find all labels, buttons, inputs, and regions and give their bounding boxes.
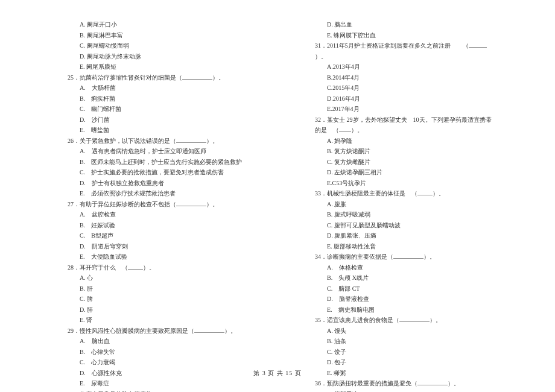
- option: E.C53号抗孕片: [308, 178, 495, 189]
- option: B. 肝: [60, 283, 247, 294]
- option: A. 盆腔检查: [60, 209, 247, 220]
- option: B. 腹式呼吸减弱: [308, 209, 495, 220]
- left-column: A. 阑尾开口小 B. 阑尾淋巴丰富 C. 阑尾蠕动慢而弱 D. 阑尾动脉为终末…: [60, 19, 247, 392]
- blank: [417, 379, 448, 385]
- option: A. 体格检查: [308, 262, 495, 273]
- option: C. 阑尾蠕动慢而弱: [60, 40, 247, 51]
- stem: 31．2011年5月护士资格证拿到后要在多久之前注册 （: [315, 42, 469, 49]
- question-33: 33．机械性肠梗阻最主要的体征是 （）。: [308, 188, 495, 199]
- question-26: 26．关于紧急救护，以下说法错误的是（）。: [60, 136, 247, 147]
- option: B. 医师未能马上赶到时，护士应当先行实施必要的紧急救护: [60, 157, 247, 168]
- blank: [399, 316, 430, 322]
- option: D. 护士有权独立抢救危重患者: [60, 178, 247, 189]
- tail: ）。: [315, 53, 327, 60]
- option: C. 脑部 CT: [308, 283, 495, 294]
- option: C. 幽门螺杆菌: [60, 104, 247, 115]
- option: D. 包子: [308, 357, 495, 368]
- option: D. 脑脊液检查: [308, 294, 495, 305]
- option: E. 大便隐血试验: [60, 251, 247, 262]
- option: A. 妈孕隆: [308, 136, 495, 147]
- option: B. 头颅 X线片: [308, 273, 495, 283]
- option: D. 阴道后穹穿刺: [60, 241, 247, 252]
- option: A. 大肠杆菌: [60, 83, 247, 93]
- tail: ）。: [224, 327, 236, 334]
- blank: [339, 126, 351, 132]
- option: D. 左炔诺孕酮三相片: [308, 167, 495, 178]
- option: E. 肾: [60, 315, 247, 326]
- question-30: 30．临床上最常见的脑血管病为（）。: [60, 389, 247, 393]
- blank: [417, 189, 433, 195]
- option: D. 肺: [60, 305, 247, 315]
- question-25: 25．抗菌药治疗萎缩性肾炎针对的细菌是（）。: [60, 72, 247, 83]
- tail: ）。: [433, 190, 445, 197]
- option: C. B型超声: [60, 230, 247, 241]
- blank: [128, 264, 143, 270]
- option: A. 心: [60, 273, 247, 283]
- question-29: 29．慢性风湿性心脏瓣膜病的主要致死原因是（）。: [60, 326, 247, 337]
- stem: 29．慢性风湿性心脏瓣膜病的主要致死原因是（: [68, 327, 194, 334]
- option: D. 脑出血: [308, 19, 495, 30]
- tail: ）。: [212, 74, 224, 81]
- option: A. 遇有患者病情危急时，护士应立即通知医师: [60, 146, 247, 157]
- option: C. 饺子: [308, 347, 495, 358]
- tail: ）。: [430, 317, 442, 323]
- option: E. 必须依照诊疗技术规范救治患者: [60, 188, 247, 199]
- blank: [176, 200, 206, 206]
- option: D.2016年4月: [308, 93, 495, 104]
- option: B. 妊娠试验: [60, 220, 247, 231]
- blank: [176, 137, 206, 143]
- stem: 34．诊断癫痫的主要依据是（: [315, 253, 393, 260]
- stem: 33．机械性肠梗阻最主要的体征是 （: [315, 190, 417, 197]
- option: B. 阑尾淋巴丰富: [60, 30, 247, 41]
- question-34: 34．诊断癫痫的主要依据是（）。: [308, 251, 495, 262]
- blank: [158, 390, 188, 393]
- tail: ）。: [206, 138, 218, 144]
- option: E. 蛛网膜下腔出血: [308, 30, 495, 41]
- option: E. 尿毒症: [60, 378, 247, 389]
- option: A. 阑尾开口小: [60, 19, 247, 30]
- option: E. 病史和脑电图: [308, 305, 495, 315]
- option: D. 沙门菌: [60, 115, 247, 125]
- option: E.2017年4月: [308, 104, 495, 115]
- option: E. 阑尾系膜短: [60, 62, 247, 72]
- option: D. 阑尾动脉为终末动脉: [60, 51, 247, 62]
- option: A. 馒头: [308, 326, 495, 337]
- stem: 27．有助于异位妊娠诊断的检查不包括（: [68, 201, 176, 207]
- blank: [469, 42, 487, 48]
- question-27: 27．有助于异位妊娠诊断的检查不包括（）。: [60, 199, 247, 210]
- question-28: 28．耳开窍于什么 （）。: [60, 262, 247, 273]
- page-footer: 第 3 页 共 15 页: [0, 369, 555, 378]
- stem: 25．抗菌药治疗萎缩性肾炎针对的细菌是（: [68, 74, 182, 81]
- tail: ）。: [351, 127, 363, 133]
- stem: 35．适宜该患儿进食的食物是（: [315, 317, 399, 323]
- question-32: 32．某女士 29岁，去外地探望丈夫 10天。下列避孕药最适宜携带的是 （）。: [308, 115, 495, 136]
- option: B. 痢疾杆菌: [60, 93, 247, 104]
- option: C.2015年4月: [308, 83, 495, 93]
- option: E. 腹部移动性浊音: [308, 241, 495, 252]
- blank: [194, 327, 224, 333]
- option: C. 腹部可见肠型及肠蠕动波: [308, 220, 495, 231]
- option: A.2013年4月: [308, 62, 495, 72]
- option: C. 心力衰竭: [60, 357, 247, 368]
- tail: ）。: [448, 380, 460, 387]
- question-36: 36．预防肠扭转最重要的措施是避免（）。: [308, 378, 495, 389]
- option: B. 心律失常: [60, 347, 247, 358]
- option: B. 油条: [308, 336, 495, 347]
- option: B. 复方炔诺酮片: [308, 146, 495, 157]
- tail: ）。: [206, 201, 218, 207]
- option: E. 嗜盐菌: [60, 125, 247, 136]
- option: C. 脾: [60, 294, 247, 305]
- stem: 36．预防肠扭转最重要的措施是避免（: [315, 380, 417, 387]
- option: A. 脑出血: [60, 336, 247, 347]
- tail: ）。: [423, 253, 436, 260]
- option: A. 腹胀: [308, 199, 495, 210]
- tail: ）。: [143, 264, 155, 271]
- question-31: 31．2011年5月护士资格证拿到后要在多久之前注册 （）。: [308, 40, 495, 62]
- option: B.2014年4月: [308, 72, 495, 83]
- option: A. 腹部受凉: [308, 389, 495, 393]
- option: D. 腹肌紧张、压痛: [308, 230, 495, 241]
- stem: 28．耳开窍于什么 （: [68, 264, 128, 271]
- blank: [182, 74, 212, 80]
- stem: 26．关于紧急救护，以下说法错误的是（: [68, 138, 176, 144]
- right-column: D. 脑出血 E. 蛛网膜下腔出血 31．2011年5月护士资格证拿到后要在多久…: [308, 19, 495, 392]
